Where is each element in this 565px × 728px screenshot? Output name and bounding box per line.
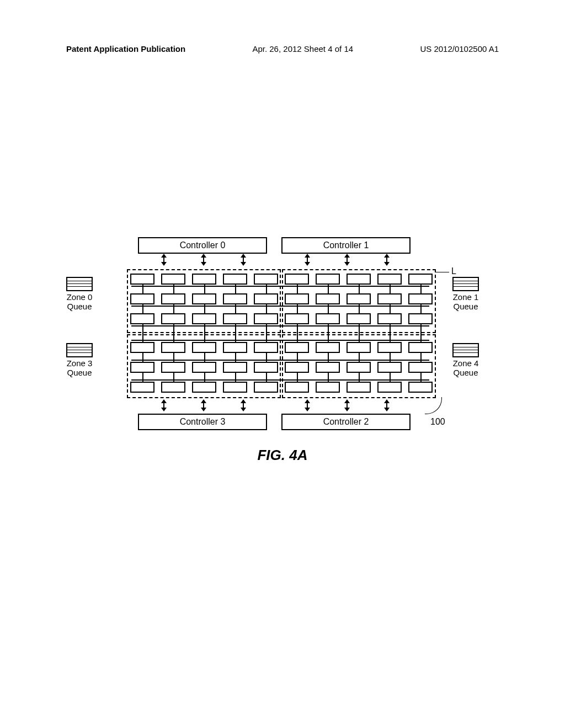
grid-row xyxy=(130,274,433,282)
mesh-hline xyxy=(131,325,429,326)
controller-3-box: Controller 3 xyxy=(138,414,267,430)
pe-cell xyxy=(285,342,309,353)
ctrl3-link-icon xyxy=(241,399,246,411)
pe-cell xyxy=(223,293,247,304)
controller-1-box: Controller 1 xyxy=(281,237,411,254)
pe-cell xyxy=(223,382,247,393)
pe-cell xyxy=(192,382,216,393)
pe-cell xyxy=(347,274,371,285)
grid-row xyxy=(130,382,433,390)
header-right: US 2012/0102500 A1 xyxy=(420,44,499,53)
leader-100 xyxy=(425,397,442,414)
pe-cell xyxy=(408,362,433,373)
grid-row xyxy=(130,313,433,322)
pe-cell xyxy=(377,293,402,304)
header-left: Patent Application Publication xyxy=(66,44,185,53)
ctrl3-link-icon xyxy=(201,399,206,411)
pe-cell xyxy=(130,342,154,353)
ctrl3-link-icon xyxy=(161,399,167,411)
pe-cell xyxy=(130,274,154,285)
pe-cell xyxy=(254,293,278,304)
ctrl1-link-icon xyxy=(305,254,310,266)
pe-cell xyxy=(161,362,185,373)
pe-cell xyxy=(347,313,371,324)
pe-cell xyxy=(285,382,309,393)
pe-cell xyxy=(377,313,402,324)
mesh-hline xyxy=(131,286,429,287)
pe-cell xyxy=(285,313,309,324)
pe-cell xyxy=(223,313,247,324)
pe-cell xyxy=(161,382,185,393)
pe-cell xyxy=(316,362,340,373)
page-header: Patent Application Publication Apr. 26, … xyxy=(66,44,499,53)
mesh-hline xyxy=(131,306,429,307)
controller-2-box: Controller 2 xyxy=(281,414,411,430)
pe-cell xyxy=(285,362,309,373)
grid-row xyxy=(130,293,433,302)
pe-cell xyxy=(377,362,402,373)
pe-cell xyxy=(223,342,247,353)
ctrl0-link-icon xyxy=(161,254,167,266)
pe-cell xyxy=(316,293,340,304)
controller-0-label: Controller 0 xyxy=(180,240,226,250)
controller-3-label: Controller 3 xyxy=(180,417,226,426)
pe-cell xyxy=(285,274,309,285)
zone0-queue-label: Zone 0 Queue xyxy=(66,292,93,312)
zone3-queue-label: Zone 3 Queue xyxy=(66,358,93,378)
pe-cell xyxy=(254,313,278,324)
pe-cell xyxy=(377,342,402,353)
pe-cell xyxy=(316,313,340,324)
pe-cell xyxy=(285,293,309,304)
mesh-hline xyxy=(131,340,429,341)
pe-cell xyxy=(408,342,433,353)
pe-cell xyxy=(130,293,154,304)
ctrl2-link-icon xyxy=(384,399,390,411)
queue-icon xyxy=(66,343,93,357)
pe-cell xyxy=(192,362,216,373)
pe-cell xyxy=(316,342,340,353)
pe-cell xyxy=(347,362,371,373)
grid-row xyxy=(130,362,433,371)
zone4-queue: Zone 4 Queue xyxy=(452,343,479,378)
pe-cell xyxy=(223,362,247,373)
ctrl2-link-icon xyxy=(305,399,310,411)
mesh-hline xyxy=(131,360,429,361)
pe-cell xyxy=(161,293,185,304)
pe-cell xyxy=(192,313,216,324)
pe-cell xyxy=(192,342,216,353)
processing-array xyxy=(127,269,436,397)
pe-cell xyxy=(161,342,185,353)
pe-cell xyxy=(377,274,402,285)
pe-cell xyxy=(130,362,154,373)
pe-cell xyxy=(192,274,216,285)
queue-icon xyxy=(452,277,479,291)
pe-cell xyxy=(408,293,433,304)
annotation-100: 100 xyxy=(430,417,445,427)
pe-cell xyxy=(161,274,185,285)
pe-cell xyxy=(347,293,371,304)
controller-2-label: Controller 2 xyxy=(323,417,369,426)
ctrl2-link-icon xyxy=(344,399,350,411)
annotation-L: L xyxy=(451,266,456,276)
pe-cell xyxy=(408,382,433,393)
zone4-queue-label: Zone 4 Queue xyxy=(452,358,479,378)
leader-L xyxy=(436,272,449,272)
figure-caption: FIG. 4A xyxy=(0,447,565,464)
controller-1-label: Controller 1 xyxy=(323,240,369,250)
pe-cell xyxy=(161,313,185,324)
pe-cell xyxy=(408,313,433,324)
pe-cell xyxy=(254,382,278,393)
pe-cell xyxy=(377,382,402,393)
queue-icon xyxy=(66,277,93,291)
pe-cell xyxy=(192,293,216,304)
mesh-hline xyxy=(131,379,429,381)
zone1-queue: Zone 1 Queue xyxy=(452,277,479,312)
header-mid: Apr. 26, 2012 Sheet 4 of 14 xyxy=(185,44,420,53)
pe-cell xyxy=(408,274,433,285)
pe-cell xyxy=(254,274,278,285)
pe-cell xyxy=(347,342,371,353)
ctrl0-link-icon xyxy=(201,254,206,266)
pe-cell xyxy=(254,342,278,353)
ctrl1-link-icon xyxy=(344,254,350,266)
pe-cell xyxy=(130,313,154,324)
